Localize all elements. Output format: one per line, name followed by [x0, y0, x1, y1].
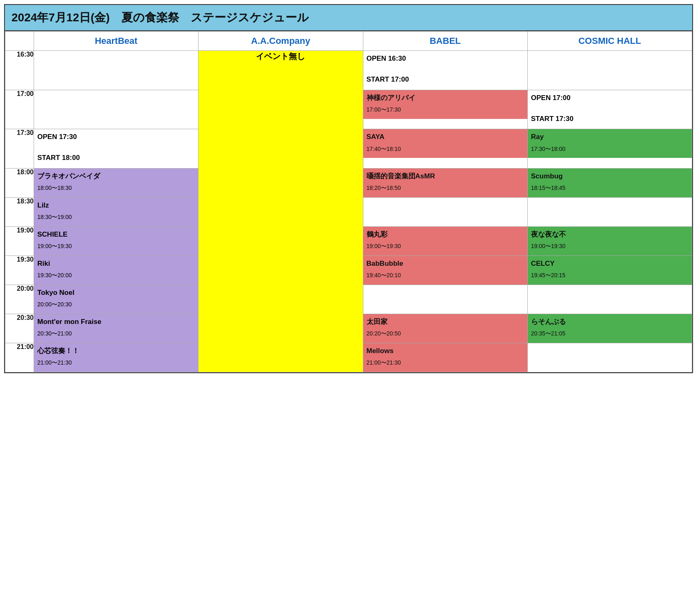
- cell-content: らそんぶる20:35〜21:05: [528, 314, 692, 343]
- babel-cell: 太田家20:20〜20:50: [363, 314, 527, 343]
- babel-cell: Mellows21:00〜21:30: [363, 343, 527, 372]
- time-range: 19:00〜19:30: [367, 242, 524, 251]
- time-range: 20:00〜20:30: [37, 300, 195, 309]
- header-aacompany: A.A.Company: [198, 32, 363, 51]
- time-range: 21:00〜21:30: [37, 358, 195, 367]
- babel-cell: BabBubble19:40〜20:10: [363, 255, 527, 285]
- performer-name: 囁揺的音楽集団AsMR: [367, 171, 524, 182]
- cell-content: 心芯弦奏！！21:00〜21:30: [34, 343, 198, 372]
- cosmichall-cell: CELCY19:45〜20:15: [527, 255, 692, 285]
- performer-name: Mellows: [367, 346, 524, 356]
- cell-content: Riki19:30〜20:00: [34, 256, 198, 285]
- cell-content: [528, 198, 692, 226]
- time-label: 20:00: [5, 285, 34, 314]
- header-time-cell: [5, 32, 34, 51]
- time-range: 19:40〜20:10: [367, 271, 524, 280]
- header-babel: BABEL: [363, 32, 527, 51]
- babel-cell: [363, 197, 527, 226]
- performer-name: ブラキオバンベイダ: [37, 171, 195, 182]
- performer-name: OPEN 17:30 START 18:00: [37, 132, 195, 163]
- cell-content: [34, 90, 198, 119]
- heartbeat-cell: SCHIELE19:00〜19:30: [34, 226, 198, 255]
- performer-name: Mont'er mon Fraise: [37, 317, 195, 327]
- cosmichall-cell: [527, 197, 692, 226]
- page-title: 2024年7月12日(金) 夏の食楽祭 ステージスケジュール: [5, 5, 692, 31]
- cell-content: 囁揺的音楽集団AsMR18:20〜18:50: [363, 169, 527, 197]
- cosmichall-cell: [527, 343, 692, 372]
- cell-content: 鶴丸彩19:00〜19:30: [363, 227, 527, 255]
- cosmichall-cell: [527, 51, 692, 90]
- heartbeat-cell: Riki19:30〜20:00: [34, 255, 198, 285]
- heartbeat-cell: ブラキオバンベイダ18:00〜18:30: [34, 168, 198, 197]
- cell-content: Lilz18:30〜19:00: [34, 198, 198, 226]
- cell-content: [363, 285, 527, 314]
- performer-name: BabBubble: [367, 258, 524, 269]
- performer-name: 神様のアリバイ: [367, 93, 524, 103]
- performer-name: Ray: [531, 132, 689, 142]
- babel-cell: OPEN 16:30 START 17:00: [363, 51, 527, 90]
- performer-name: 鶴丸彩: [367, 229, 524, 240]
- heartbeat-cell: [34, 90, 198, 129]
- cell-content: CELCY19:45〜20:15: [528, 256, 692, 285]
- time-range: 17:00〜17:30: [367, 105, 524, 114]
- performer-name: Tokyo Noel: [37, 287, 195, 298]
- babel-cell: 神様のアリバイ17:00〜17:30: [363, 90, 527, 129]
- cell-content: 夜な夜な不19:00〜19:30: [528, 227, 692, 255]
- header-cosmichall: COSMIC HALL: [527, 32, 692, 51]
- cell-content: 太田家20:20〜20:50: [363, 314, 527, 343]
- babel-cell: 鶴丸彩19:00〜19:30: [363, 226, 527, 255]
- performer-name: らそんぶる: [531, 317, 689, 327]
- babel-cell: SAYA17:40〜18:10: [363, 129, 527, 169]
- time-range: 18:30〜19:00: [37, 213, 195, 221]
- time-label: 19:30: [5, 255, 34, 285]
- cell-content: [528, 51, 692, 80]
- performer-name: Scumbug: [531, 171, 689, 182]
- performer-name: SAYA: [367, 132, 524, 142]
- cell-content: Scumbug18:15〜18:45: [528, 169, 692, 197]
- cell-content: OPEN 17:00 START 17:30: [528, 90, 692, 129]
- cosmichall-cell: Ray17:30〜18:00: [527, 129, 692, 169]
- time-label: 17:30: [5, 129, 34, 169]
- header-heartbeat: HeartBeat: [34, 32, 198, 51]
- cosmichall-cell: OPEN 17:00 START 17:30: [527, 90, 692, 129]
- cell-content: [363, 198, 527, 226]
- cell-content: ブラキオバンベイダ18:00〜18:30: [34, 169, 198, 197]
- performer-name: OPEN 17:00 START 17:30: [531, 93, 689, 124]
- aacompany-label: イベント無し: [256, 52, 305, 61]
- time-label: 17:00: [5, 90, 34, 129]
- time-label: 19:00: [5, 226, 34, 255]
- schedule-table: HeartBeat A.A.Company BABEL COSMIC HALL …: [5, 31, 692, 372]
- time-range: 17:40〜18:10: [367, 145, 524, 153]
- time-range: 19:45〜20:15: [531, 271, 689, 280]
- time-range: 18:00〜18:30: [37, 184, 195, 192]
- cosmichall-cell: [527, 285, 692, 314]
- cell-content: 神様のアリバイ17:00〜17:30: [363, 90, 527, 119]
- time-label: 18:30: [5, 197, 34, 226]
- cosmichall-cell: 夜な夜な不19:00〜19:30: [527, 226, 692, 255]
- cell-content: OPEN 16:30 START 17:00: [363, 51, 527, 90]
- heartbeat-cell: Mont'er mon Fraise20:30〜21:00: [34, 314, 198, 343]
- cell-content: [528, 285, 692, 314]
- time-range: 20:30〜21:00: [37, 329, 195, 338]
- heartbeat-cell: Lilz18:30〜19:00: [34, 197, 198, 226]
- header-row: HeartBeat A.A.Company BABEL COSMIC HALL: [5, 32, 692, 51]
- time-label: 16:30: [5, 51, 34, 90]
- time-range: 21:00〜21:30: [367, 358, 524, 367]
- heartbeat-cell: [34, 51, 198, 90]
- time-range: 18:15〜18:45: [531, 184, 689, 192]
- aacompany-cell: イベント無し: [198, 51, 363, 372]
- performer-name: CELCY: [531, 258, 689, 269]
- cosmichall-cell: Scumbug18:15〜18:45: [527, 168, 692, 197]
- time-range: 19:30〜20:00: [37, 271, 195, 280]
- time-range: 17:30〜18:00: [531, 145, 689, 153]
- time-range: 20:35〜21:05: [531, 329, 689, 338]
- cell-content: SAYA17:40〜18:10: [363, 129, 527, 158]
- time-range: 18:20〜18:50: [367, 184, 524, 192]
- time-label: 18:00: [5, 168, 34, 197]
- performer-name: Riki: [37, 258, 195, 269]
- heartbeat-cell: 心芯弦奏！！21:00〜21:30: [34, 343, 198, 372]
- babel-cell: [363, 285, 527, 314]
- time-range: 19:00〜19:30: [531, 242, 689, 251]
- time-range: 19:00〜19:30: [37, 242, 195, 251]
- cell-content: Tokyo Noel20:00〜20:30: [34, 285, 198, 314]
